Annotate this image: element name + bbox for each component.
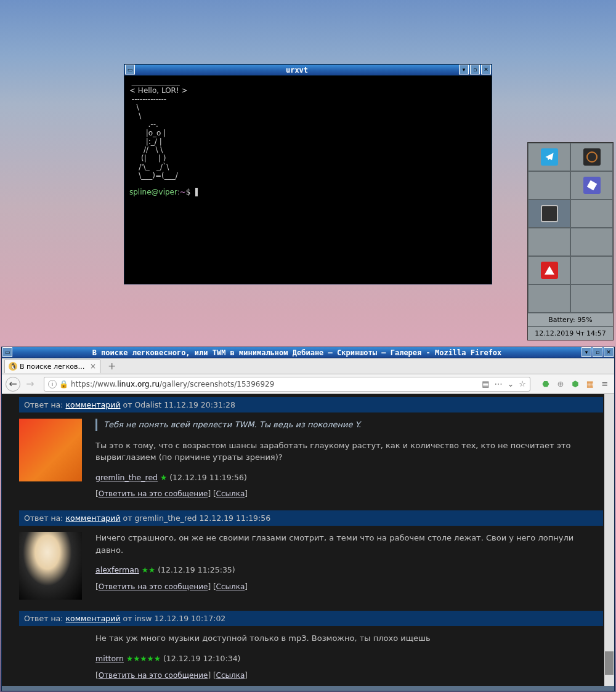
- tab-close-icon[interactable]: ×: [90, 362, 96, 371]
- tray-terminal[interactable]: [528, 199, 570, 228]
- menu-button[interactable]: ≡: [599, 379, 610, 390]
- firefox-navbar: ← → i 🔒 https://www.linux.org.ru/gallery…: [2, 374, 614, 394]
- comment-block: Ответ на: комментарий от insw 12.12.19 1…: [19, 611, 603, 686]
- tray-empty-3[interactable]: [528, 228, 570, 256]
- avatar[interactable]: [19, 419, 82, 481]
- comment-header: Ответ на: комментарий от Odalist 11.12.1…: [19, 397, 603, 412]
- reply-label: Ответ на:: [24, 400, 63, 409]
- urxvt-window: ▭ urxvt ▾ ▫ ✕ _____________ < Hello, LOR…: [124, 64, 492, 284]
- clock-status: 12.12.2019 Чт 14:57: [528, 326, 613, 340]
- prompt-path: ~: [180, 188, 186, 196]
- ext-icon-3[interactable]: ⬢: [570, 379, 581, 390]
- author-link[interactable]: alexferman: [95, 565, 139, 574]
- urxvt-titlebar[interactable]: ▭ urxvt ▾ ▫ ✕: [124, 65, 492, 76]
- permalink[interactable]: Ссылка: [216, 489, 245, 498]
- ff-window-close-button[interactable]: ✕: [604, 347, 614, 357]
- telegram-icon: [541, 148, 558, 166]
- tray-empty-5[interactable]: [570, 256, 613, 284]
- new-tab-button[interactable]: +: [104, 360, 120, 372]
- comment-date: (12.12.19 11:25:35): [158, 565, 235, 574]
- eye-icon: [583, 148, 601, 166]
- window-menu-button[interactable]: ▭: [125, 65, 135, 74]
- firefox-titlebar[interactable]: ▭ В поиске легковесного, или TWM в миним…: [2, 347, 614, 358]
- reply-action-link[interactable]: Ответить на это сообщение: [99, 489, 208, 498]
- ext-icon-1[interactable]: ⬣: [540, 379, 551, 390]
- tray-empty-6[interactable]: [528, 284, 570, 313]
- author-link[interactable]: mittorn: [95, 654, 124, 663]
- comment-text: Не так уж много музыки доступной только …: [95, 632, 603, 645]
- prompt-user: spline@viper: [129, 188, 177, 196]
- wifi-icon: [541, 262, 558, 279]
- reply-from: от gremlin_the_red 12.12.19 11:19:56: [123, 513, 271, 523]
- reply-action-link[interactable]: Ответить на это сообщение: [99, 582, 208, 591]
- reply-link[interactable]: комментарий: [65, 513, 120, 523]
- ff-window-menu-button[interactable]: ▭: [2, 347, 12, 357]
- pocket-icon[interactable]: ⌄: [507, 379, 514, 388]
- tray-empty-7[interactable]: [570, 284, 613, 313]
- lock-icon: 🔒: [59, 380, 68, 388]
- reply-link[interactable]: комментарий: [65, 614, 120, 623]
- window-max-button[interactable]: ▫: [470, 65, 480, 74]
- page-actions-icon[interactable]: ⋯: [494, 379, 502, 388]
- author-link[interactable]: gremlin_the_red: [95, 473, 158, 482]
- tray-eye-app[interactable]: [570, 143, 613, 171]
- terminal-icon: [541, 205, 558, 222]
- tray-wifi[interactable]: [528, 256, 570, 284]
- info-icon[interactable]: i: [48, 380, 57, 388]
- ext-icon-2[interactable]: ⊕: [555, 379, 566, 390]
- reply-from: от Odalist 11.12.19 20:31:28: [123, 400, 235, 409]
- cursor-block: [195, 188, 198, 196]
- avatar[interactable]: [19, 532, 82, 600]
- reply-from: от insw 12.12.19 10:17:02: [123, 614, 226, 623]
- page-content[interactable]: Ответ на: комментарий от Odalist 11.12.1…: [2, 394, 614, 686]
- desktop-root: ▭ urxvt ▾ ▫ ✕ _____________ < Hello, LOR…: [0, 0, 616, 692]
- tray-empty-2[interactable]: [570, 199, 613, 228]
- ext-icon-4[interactable]: ▦: [585, 379, 596, 390]
- battery-status: Battery: 95%: [528, 313, 613, 326]
- back-button[interactable]: ←: [6, 377, 20, 392]
- comment-block: Ответ на: комментарий от Odalist 11.12.1…: [19, 397, 603, 499]
- comment-block: Ответ на: комментарий от gremlin_the_red…: [19, 510, 603, 600]
- comment-header: Ответ на: комментарий от insw 12.12.19 1…: [19, 611, 603, 626]
- tray-telegram[interactable]: [528, 143, 570, 171]
- author-stars: ★★★★★: [126, 654, 161, 663]
- reply-link[interactable]: комментарий: [65, 400, 120, 409]
- firefox-tabbar: 🐧 В поиске легковесного × +: [2, 358, 614, 374]
- bookmark-star-icon[interactable]: ☆: [519, 379, 526, 388]
- comment-text: Ты это к тому, что с возрастом шансы зар…: [95, 440, 603, 464]
- comment-text: Ничего страшного, он же не своими глазам…: [95, 532, 603, 556]
- terminal-body[interactable]: _____________ < Hello, LOR! > ----------…: [124, 76, 492, 284]
- ff-window-min-button[interactable]: ▾: [582, 347, 591, 357]
- prompt-dollar: $: [186, 188, 191, 196]
- author-stars: ★: [160, 473, 167, 482]
- forward-button[interactable]: →: [23, 377, 38, 392]
- system-panel: Battery: 95% 12.12.2019 Чт 14:57: [527, 142, 614, 340]
- window-close-button[interactable]: ✕: [481, 65, 491, 74]
- reader-mode-icon[interactable]: ▤: [482, 379, 489, 388]
- tray-empty-4[interactable]: [570, 228, 613, 256]
- ascii-art: _____________ < Hello, LOR! > ----------…: [129, 78, 188, 180]
- author-stars: ★★: [142, 565, 155, 574]
- url-text: https://www.linux.org.ru/gallery/screens…: [71, 380, 482, 388]
- url-bar[interactable]: i 🔒 https://www.linux.org.ru/gallery/scr…: [44, 377, 530, 392]
- tray-empty-1[interactable]: [528, 171, 570, 199]
- tab-title: В поиске легковесного: [20, 363, 87, 371]
- permalink[interactable]: Ссылка: [216, 671, 245, 680]
- ff-window-max-button[interactable]: ▫: [593, 347, 602, 357]
- tab-favicon: 🐧: [9, 362, 17, 371]
- page-scrollbar[interactable]: [604, 394, 614, 686]
- tray-steam[interactable]: [570, 171, 613, 199]
- scroll-thumb[interactable]: [605, 651, 614, 675]
- firefox-statusbar: [2, 686, 614, 691]
- window-min-button[interactable]: ▾: [459, 65, 469, 74]
- avatar: [19, 632, 82, 686]
- urxvt-title: urxvt: [136, 66, 458, 74]
- reply-action-link[interactable]: Ответить на это сообщение: [99, 671, 208, 680]
- browser-tab[interactable]: 🐧 В поиске легковесного ×: [4, 360, 100, 373]
- firefox-window: ▭ В поиске легковесного, или TWM в миним…: [1, 347, 615, 691]
- comment-header: Ответ на: комментарий от gremlin_the_red…: [19, 510, 603, 526]
- quote-text: Тебя не понять всей прелести TWM. Ты вед…: [95, 419, 603, 431]
- permalink[interactable]: Ссылка: [216, 582, 245, 591]
- comment-date: (12.12.19 12:10:34): [163, 654, 241, 663]
- game-icon: [583, 177, 601, 194]
